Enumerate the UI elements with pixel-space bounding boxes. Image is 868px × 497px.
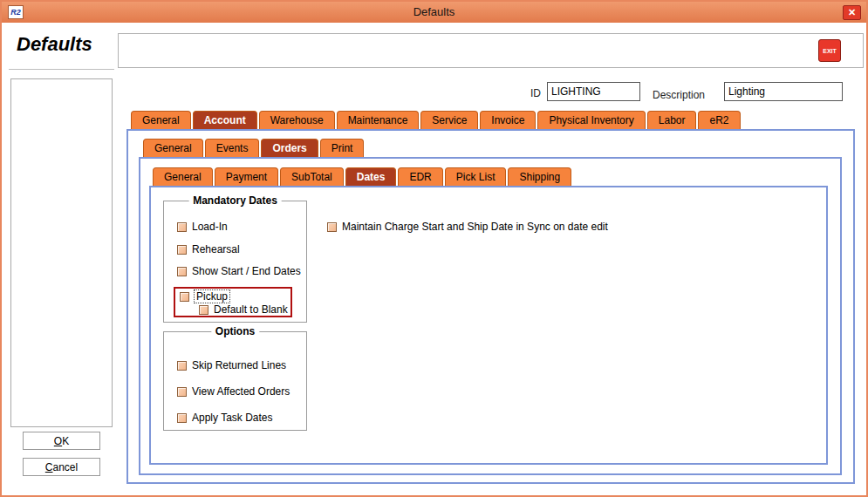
skip-returned-lines-checkbox[interactable] [177, 361, 187, 371]
mandatory-dates-title: Mandatory Dates [188, 194, 282, 207]
defaults-window: R2 Defaults ✕ Defaults OK Cancel EXIT ID… [0, 0, 868, 497]
tab-bar-level3: General Payment SubTotal Dates EDR Pick … [153, 167, 571, 186]
maintain-sync-checkbox[interactable] [327, 222, 337, 232]
titlebar: R2 Defaults ✕ [2, 2, 866, 23]
mandatory-dates-group: Mandatory Dates Load-In Rehearsal Show S… [163, 201, 307, 323]
tab-l1-physical-inventory[interactable]: Physical Inventory [537, 111, 645, 129]
skip-returned-lines-label: Skip Returned Lines [192, 359, 286, 371]
tab-l3-shipping[interactable]: Shipping [508, 167, 571, 186]
tab-l1-account[interactable]: Account [193, 111, 257, 129]
page-title: Defaults [17, 33, 92, 56]
description-label: Description [653, 89, 705, 101]
checkbox-row-show-start-end-dates[interactable]: Show Start / End Dates [177, 265, 301, 277]
tab-l1-general[interactable]: General [131, 111, 191, 129]
checkbox-row-load-in[interactable]: Load-In [177, 221, 228, 233]
left-list-box[interactable] [10, 78, 113, 427]
checkbox-row-view-affected-orders[interactable]: View Affected Orders [177, 385, 290, 398]
toolbar-strip: EXIT [118, 33, 864, 68]
tab-l1-labor[interactable]: Labor [647, 111, 697, 129]
checkbox-row-skip-returned-lines[interactable]: Skip Returned Lines [177, 359, 286, 371]
tab-l3-dates[interactable]: Dates [345, 167, 397, 186]
options-title: Options [211, 325, 259, 337]
left-panel-divider [9, 69, 114, 70]
tab-l1-invoice[interactable]: Invoice [480, 111, 536, 129]
id-input[interactable] [547, 82, 640, 101]
checkbox-row-pickup[interactable]: Pickup [180, 290, 229, 303]
tab-l1-service[interactable]: Service [420, 111, 478, 129]
checkbox-row-default-to-blank[interactable]: Default to Blank [199, 303, 288, 316]
tab-l3-pick-list[interactable]: Pick List [445, 167, 507, 186]
tab-bar-level2: General Events Orders Print [143, 139, 364, 157]
tab-l1-warehouse[interactable]: Warehouse [259, 111, 335, 129]
default-to-blank-checkbox[interactable] [199, 305, 208, 315]
tab-l3-payment[interactable]: Payment [215, 167, 278, 186]
tab-l1-er2[interactable]: eR2 [698, 111, 740, 129]
tab-bar-level1: General Account Warehouse Maintenance Se… [131, 111, 741, 129]
checkbox-row-maintain-sync[interactable]: Maintain Charge Start and Ship Date in S… [327, 221, 608, 233]
tab-l2-events[interactable]: Events [205, 139, 260, 157]
load-in-label: Load-In [192, 221, 228, 233]
pickup-checkbox[interactable] [180, 292, 189, 302]
options-group: Options Skip Returned Lines View Affecte… [163, 331, 307, 431]
exit-button[interactable]: EXIT [818, 39, 841, 62]
cancel-button[interactable]: Cancel [23, 458, 100, 476]
show-start-end-dates-checkbox[interactable] [177, 267, 187, 276]
tab-l2-orders[interactable]: Orders [261, 139, 318, 157]
description-input[interactable] [724, 82, 843, 101]
checkbox-row-apply-task-dates[interactable]: Apply Task Dates [177, 412, 273, 424]
close-icon[interactable]: ✕ [843, 5, 861, 20]
tab-l3-edr[interactable]: EDR [398, 167, 442, 186]
window-title: Defaults [2, 5, 866, 18]
pickup-highlight-box: Pickup Default to Blank [174, 287, 292, 317]
tab-l2-general[interactable]: General [143, 139, 203, 157]
id-label: ID [530, 87, 541, 99]
apply-task-dates-checkbox[interactable] [177, 413, 187, 423]
view-affected-orders-checkbox[interactable] [177, 387, 187, 397]
tab-l1-maintenance[interactable]: Maintenance [337, 111, 420, 129]
maintain-sync-label: Maintain Charge Start and Ship Date in S… [342, 221, 608, 233]
checkbox-row-rehearsal[interactable]: Rehearsal [177, 243, 240, 255]
tab-l3-general[interactable]: General [153, 167, 213, 186]
rehearsal-checkbox[interactable] [177, 245, 187, 255]
tab-l2-print[interactable]: Print [320, 139, 365, 157]
rehearsal-label: Rehearsal [192, 243, 240, 255]
view-affected-orders-label: View Affected Orders [192, 385, 290, 398]
pickup-label: Pickup [195, 290, 229, 303]
show-start-end-dates-label: Show Start / End Dates [192, 265, 301, 277]
load-in-checkbox[interactable] [177, 222, 187, 232]
tab-l3-subtotal[interactable]: SubTotal [280, 167, 344, 186]
default-to-blank-label: Default to Blank [214, 303, 288, 316]
ok-button[interactable]: OK [23, 432, 100, 450]
apply-task-dates-label: Apply Task Dates [192, 412, 273, 424]
